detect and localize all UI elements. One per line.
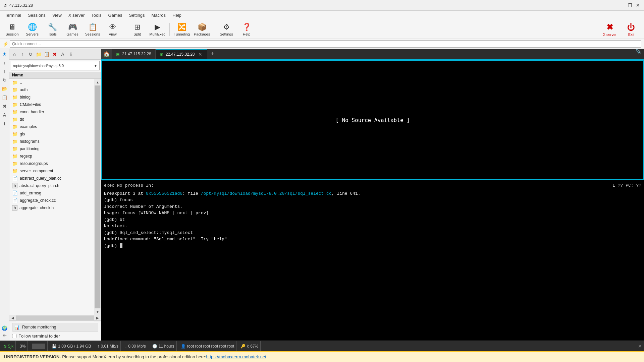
file-list-scrollbar[interactable]: ▲ ▼ — [94, 79, 101, 315]
left-icon-folder[interactable]: 📂 — [1, 85, 8, 93]
sidebar-btn-new-folder[interactable]: 📁 — [35, 51, 42, 58]
list-item[interactable]: 📄 add_errmsg — [9, 189, 94, 197]
list-item[interactable]: 📁 CMakeFiles — [9, 101, 94, 108]
user-icon: 👤 — [181, 344, 186, 349]
status-close-icon[interactable]: ✕ — [638, 344, 642, 349]
left-icon-upload[interactable]: ↑ — [1, 68, 8, 75]
menu-tools[interactable]: Tools — [88, 11, 105, 19]
list-item[interactable]: 📄 abstract_query_plan.cc — [9, 175, 94, 182]
menu-settings[interactable]: Settings — [126, 11, 148, 19]
list-item[interactable]: 📁 dd — [9, 116, 94, 123]
unreg-link[interactable]: https://mobaxterm.mobatek.net — [206, 354, 266, 359]
sidebar-btn-close[interactable]: ✖ — [51, 51, 58, 58]
toolbar-tools[interactable]: 🔧 Tools — [43, 21, 62, 38]
gdb-terminal[interactable]: exec No process In: L ?? PC: ?? Breakpoi… — [101, 180, 644, 341]
column-header-name: Name — [9, 72, 101, 79]
file-aqp-cc-icon: 📄 — [12, 176, 18, 181]
close-button[interactable]: ✕ — [635, 2, 641, 9]
memory-icon: 💾 — [52, 344, 57, 349]
list-item[interactable]: 📁 resourcegroups — [9, 160, 94, 167]
list-item[interactable]: 📁 regexp — [9, 153, 94, 160]
sidebar-btn-copy-path[interactable]: 📋 — [43, 51, 50, 58]
list-item[interactable]: 📁 server_component — [9, 167, 94, 175]
scroll-up-btn[interactable]: ▲ — [94, 79, 101, 85]
menu-xserver[interactable]: X server — [65, 11, 88, 19]
menu-view[interactable]: View — [49, 11, 65, 19]
tab-session-1[interactable]: ▣ 21.47.115.32.28 — [112, 49, 156, 59]
toolbar-session[interactable]: 🖥 Session — [3, 21, 21, 38]
sidebar-btn-home[interactable]: ⌂ — [11, 51, 18, 58]
toolbar-exit[interactable]: ⏻ Exit — [621, 21, 641, 38]
toolbar-servers-label: Servers — [26, 32, 39, 36]
left-icon-globe[interactable]: 🌍 — [1, 324, 8, 332]
list-item[interactable]: 📁 partitioning — [9, 145, 94, 153]
tab-home[interactable]: 🏠 — [101, 49, 112, 59]
follow-folder-checkbox[interactable] — [12, 334, 16, 338]
sidebar-hscroll[interactable]: ◀ ▶ — [9, 315, 101, 320]
toolbar-multiexec[interactable]: ▶ MultiExec — [148, 21, 167, 38]
list-item[interactable]: h aggregate_check.h — [9, 204, 94, 212]
list-item[interactable]: h abstract_query_plan.h — [9, 182, 94, 189]
list-item[interactable]: 📁 conn_handler — [9, 108, 94, 116]
maximize-button[interactable]: ❐ — [627, 2, 633, 9]
left-icon-delete[interactable]: ✖ — [1, 103, 8, 110]
toolbar-sessions[interactable]: 📋 Sessions — [83, 21, 102, 38]
toolbar-separator-2 — [169, 23, 170, 36]
toolbar-settings[interactable]: ⚙ Settings — [217, 21, 236, 38]
sidebar-btn-text[interactable]: A — [59, 51, 66, 58]
left-icon-copy[interactable]: 📋 — [1, 94, 8, 101]
menu-help[interactable]: Help — [169, 11, 185, 19]
path-dropdown-icon[interactable]: ▼ — [94, 64, 97, 68]
sidebar-btn-upload[interactable]: ↑ — [19, 51, 26, 58]
tab-2-close[interactable]: ✕ — [198, 52, 203, 57]
folder-gis-icon: 📁 — [12, 131, 18, 137]
new-tab-button[interactable]: + — [207, 49, 218, 59]
list-item[interactable]: 📁 histograms — [9, 138, 94, 145]
toolbar-view[interactable]: 👁 View — [103, 21, 122, 38]
toolbar-session-label: Session — [5, 32, 18, 36]
scroll-down-btn[interactable]: ▼ — [94, 308, 101, 315]
remote-monitoring-btn[interactable]: 📊 Remote monitoring — [12, 323, 98, 331]
tab-session-2[interactable]: ▣ 22.47.115.32.28 ✕ — [156, 49, 207, 59]
folder-dd-icon: 📁 — [12, 117, 18, 122]
toolbar-xserver[interactable]: ✖ X server — [600, 21, 620, 38]
memory-value: 1.00 GB / 1.94 GB — [58, 344, 91, 349]
menu-terminal[interactable]: Terminal — [1, 11, 24, 19]
status-sjk: S Sjk — [2, 341, 16, 351]
sidebar-btn-info[interactable]: ℹ — [67, 51, 74, 58]
left-icon-text[interactable]: A — [1, 111, 8, 119]
toolbar-help[interactable]: ❓ Help — [237, 21, 256, 38]
left-icon-info[interactable]: ℹ — [1, 120, 8, 127]
follow-terminal-folder[interactable]: Follow terminal folder — [12, 334, 98, 339]
multiexec-icon: ▶ — [155, 23, 160, 32]
list-item[interactable]: 📁 auth — [9, 86, 94, 94]
scroll-thumb — [95, 85, 100, 308]
folder-partitioning-icon: 📁 — [12, 146, 18, 152]
toolbar-games[interactable]: 🎮 Games — [63, 21, 82, 38]
toolbar-tunneling[interactable]: 🔀 Tunneling — [172, 21, 191, 38]
menu-macros[interactable]: Macros — [148, 11, 169, 19]
list-item[interactable]: 📄 aggregate_check.cc — [9, 197, 94, 204]
path-bar[interactable]: /opt/mysql/download/mysql-8.0 ▼ — [11, 61, 100, 70]
toolbar-sessions-label: Sessions — [85, 32, 100, 36]
toolbar-servers[interactable]: 🌐 Servers — [23, 21, 42, 38]
menu-sessions[interactable]: Sessions — [24, 11, 49, 19]
minimize-button[interactable]: — — [619, 2, 625, 9]
left-icon-download[interactable]: ↓ — [1, 59, 8, 66]
left-icon-pencil[interactable]: ✏ — [1, 332, 8, 339]
tab-attach-icon[interactable]: 📎 — [633, 49, 644, 59]
list-item[interactable]: 📁 examples — [9, 123, 94, 130]
list-item[interactable]: 📁 binlog — [9, 94, 94, 101]
menu-games[interactable]: Games — [105, 11, 126, 19]
list-item[interactable]: 📁 .. — [9, 79, 94, 86]
left-icon-refresh[interactable]: ↻ — [1, 76, 8, 84]
toolbar-packages[interactable]: 📦 Packages — [193, 21, 211, 38]
list-item[interactable]: 📁 gis — [9, 130, 94, 138]
status-upload: ↑ 0.01 Mb/s — [95, 341, 121, 351]
status-close[interactable]: ✕ — [638, 344, 642, 349]
quick-connect-input[interactable] — [10, 40, 641, 48]
session-icon: 🖥 — [8, 23, 16, 32]
left-icon-star[interactable]: ★ — [1, 50, 8, 58]
sidebar-btn-refresh[interactable]: ↻ — [27, 51, 34, 58]
toolbar-split[interactable]: ⊞ Split — [128, 21, 147, 38]
